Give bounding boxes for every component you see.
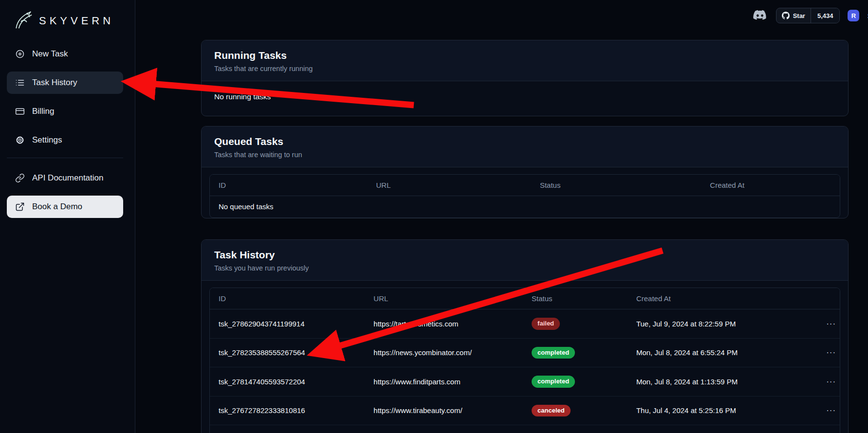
sidebar: SKYVERN New Task Task History — [0, 0, 135, 433]
task-id-cell: tsk_278235388555267564 — [210, 338, 365, 367]
column-header-status: Status — [523, 288, 628, 309]
brand-name: SKYVERN — [39, 15, 114, 27]
table-row[interactable]: tsk_276727822333810816 https://www.tirab… — [210, 396, 840, 425]
task-history-table: ID URL Status Created At tsk_27862904374… — [209, 288, 840, 433]
column-header-id: ID — [210, 175, 368, 196]
task-url-cell: https://news.ycombinator.com/ — [365, 338, 523, 367]
table-row[interactable]: tsk_274180139292204058 https://www.geico… — [210, 425, 840, 433]
task-url-cell: https://www.geico.com — [365, 425, 523, 433]
sidebar-nav: New Task Task History Billing — [0, 35, 135, 218]
sidebar-item-label: Settings — [32, 135, 62, 145]
sidebar-item-label: API Documentation — [32, 173, 103, 183]
column-header-created-at: Created At — [628, 288, 814, 309]
card-subtitle: Tasks you have run previously — [214, 264, 835, 272]
plus-circle-icon — [15, 49, 25, 59]
task-id-cell: tsk_278629043741199914 — [210, 309, 365, 339]
sidebar-item-label: Task History — [32, 78, 77, 88]
list-icon — [15, 78, 25, 88]
skyvern-logo-icon — [13, 9, 34, 33]
sidebar-item-task-history[interactable]: Task History — [7, 72, 123, 94]
table-row[interactable]: tsk_278235388555267564 https://news.ycom… — [210, 338, 840, 367]
running-tasks-header: Running Tasks Tasks that are currently r… — [202, 40, 848, 81]
status-badge: failed — [532, 318, 560, 330]
queued-tasks-header: Queued Tasks Tasks that are waiting to r… — [202, 126, 848, 167]
created-at-cell: Thu, Jul 4, 2024 at 5:25:16 PM — [628, 396, 814, 425]
created-at-cell: Thu, Jun 27, 2024 at 8:38:58 PM — [628, 425, 814, 433]
external-link-icon — [15, 202, 25, 212]
gear-icon — [15, 135, 25, 145]
column-header-url: URL — [365, 288, 523, 309]
row-actions-button[interactable]: ··· — [823, 377, 839, 387]
sidebar-item-billing[interactable]: Billing — [7, 100, 123, 123]
sidebar-item-new-task[interactable]: New Task — [7, 43, 123, 65]
task-url-cell: https://www.finditparts.com — [365, 367, 523, 397]
github-star-count: 5,434 — [811, 8, 840, 23]
sidebar-item-label: Book a Demo — [32, 202, 82, 212]
created-at-cell: Tue, Jul 9, 2024 at 8:22:59 PM — [628, 309, 814, 339]
column-header-created-at: Created At — [701, 175, 840, 196]
card-subtitle: Tasks that are waiting to run — [214, 151, 835, 159]
credit-card-icon — [15, 107, 25, 116]
github-icon — [782, 12, 790, 19]
sidebar-divider — [7, 158, 123, 158]
created-at-cell: Mon, Jul 8, 2024 at 6:55:24 PM — [628, 338, 814, 367]
task-url-cell: https://www.tirabeauty.com/ — [365, 396, 523, 425]
row-actions-button[interactable]: ··· — [823, 405, 839, 415]
sidebar-item-book-a-demo[interactable]: Book a Demo — [7, 196, 123, 218]
column-header-url: URL — [368, 175, 531, 196]
task-id-cell: tsk_274180139292204058 — [210, 425, 365, 433]
topbar: Star 5,434 R Sk — [753, 8, 868, 23]
github-star-button[interactable]: Star 5,434 — [776, 8, 840, 23]
github-star-label: Star — [793, 12, 805, 19]
card-title: Running Tasks — [214, 50, 835, 61]
task-history-card: Task History Tasks you have run previous… — [201, 239, 849, 433]
table-row[interactable]: tsk_278629043741199914 https://tartecosm… — [210, 309, 840, 339]
discord-icon[interactable] — [753, 9, 768, 22]
status-badge: canceled — [532, 405, 571, 417]
card-title: Queued Tasks — [214, 136, 835, 147]
skyvern-logo[interactable]: SKYVERN — [0, 0, 135, 35]
queued-tasks-table: ID URL Status Created At No queued tasks — [209, 174, 840, 218]
status-badge: completed — [532, 347, 575, 359]
running-tasks-card: Running Tasks Tasks that are currently r… — [201, 40, 849, 116]
link-icon — [15, 173, 25, 183]
queued-tasks-card: Queued Tasks Tasks that are waiting to r… — [201, 126, 849, 218]
row-actions-button[interactable]: ··· — [823, 347, 839, 358]
card-subtitle: Tasks that are currently running — [214, 65, 835, 72]
queued-tasks-empty: No queued tasks — [210, 196, 840, 218]
sidebar-item-label: New Task — [32, 49, 68, 59]
task-id-cell: tsk_278147405593572204 — [210, 367, 365, 397]
task-id-cell: tsk_276727822333810816 — [210, 396, 365, 425]
table-row[interactable]: tsk_278147405593572204 https://www.findi… — [210, 367, 840, 397]
avatar[interactable]: R — [848, 10, 859, 21]
column-header-status: Status — [531, 175, 701, 196]
status-badge: completed — [532, 376, 575, 388]
running-tasks-empty: No running tasks — [202, 81, 848, 112]
task-url-cell: https://tartecosmetics.com — [365, 309, 523, 339]
task-history-header: Task History Tasks you have run previous… — [202, 240, 848, 281]
created-at-cell: Mon, Jul 8, 2024 at 1:13:59 PM — [628, 367, 814, 397]
row-actions-button[interactable]: ··· — [823, 319, 839, 329]
sidebar-item-api-documentation[interactable]: API Documentation — [7, 167, 123, 189]
sidebar-item-settings[interactable]: Settings — [7, 129, 123, 151]
column-header-actions — [814, 288, 840, 309]
card-title: Task History — [214, 249, 835, 261]
column-header-id: ID — [210, 288, 365, 309]
sidebar-item-label: Billing — [32, 107, 54, 116]
